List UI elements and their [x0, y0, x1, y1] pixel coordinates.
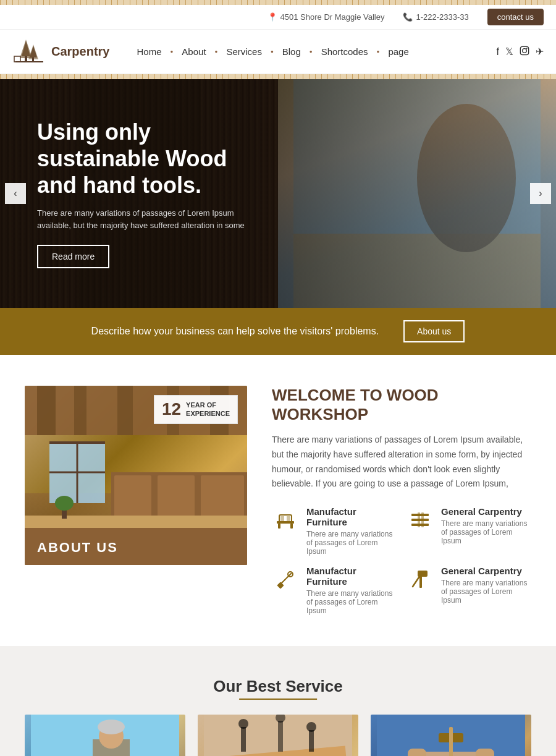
tool-icon — [274, 568, 297, 590]
feature-icon-1 — [272, 506, 299, 533]
svg-rect-31 — [25, 528, 247, 565]
social-twitter[interactable]: 𝕏 — [505, 46, 513, 57]
nav-services[interactable]: Services — [217, 41, 271, 62]
phone-item: 📞 1-222-2333-33 — [403, 12, 468, 22]
about-us-button[interactable]: About us — [403, 320, 465, 342]
feature-title-3: Manufactur Furniture — [306, 566, 397, 587]
about-content: WELCOME TO WOOD WORKSHOP There are many … — [272, 386, 531, 615]
social-instagram[interactable] — [520, 46, 529, 58]
social-icons: f 𝕏 ✈ — [497, 46, 544, 58]
hero-read-more-button[interactable]: Read more — [37, 245, 109, 268]
feature-desc-4: There are many variations of passages of… — [441, 579, 531, 605]
feature-text-4: General Carpentry There are many variati… — [441, 566, 531, 605]
social-telegram[interactable]: ✈ — [536, 46, 544, 57]
svg-rect-45 — [277, 582, 284, 589]
service-graphic-3 — [371, 715, 531, 756]
svg-point-33 — [55, 496, 74, 511]
feature-text-2: General Carpentry There are many variati… — [441, 506, 531, 545]
about-section: 12 YEAR OFEXPERIENCE WELCOME TO WOOD WOR… — [0, 355, 556, 646]
hammer-icon — [409, 568, 431, 590]
address-text: 4501 Shore Dr Maggie Valley — [280, 12, 385, 22]
service-card-2: Expound the actual teachings of the grea… — [198, 715, 358, 756]
logo-icon — [12, 35, 46, 69]
svg-point-9 — [523, 48, 527, 53]
location-icon: 📍 — [267, 12, 277, 22]
svg-rect-5 — [32, 57, 34, 62]
feature-text-3: Manufactur Furniture There are many vari… — [306, 566, 397, 615]
phone-text: 1-222-2333-33 — [416, 12, 468, 22]
promo-banner: Describe how your business can help solv… — [0, 308, 556, 355]
feature-item-4: General Carpentry There are many variati… — [406, 566, 531, 615]
svg-rect-35 — [278, 524, 280, 529]
service-image-1 — [25, 715, 185, 756]
experience-label: YEAR OFEXPERIENCE — [186, 401, 230, 418]
services-grid: Expound the actual teachings of the grea… — [25, 715, 531, 756]
feature-icon-3 — [272, 566, 299, 593]
nav-home[interactable]: Home — [128, 41, 170, 62]
hero-section: Using only sustainable Wood and hand too… — [0, 79, 556, 308]
services-section-title: Our Best Service — [25, 677, 531, 696]
about-title: WELCOME TO WOOD WORKSHOP — [272, 386, 531, 424]
about-image-wrap: 12 YEAR OFEXPERIENCE — [25, 386, 247, 565]
svg-rect-44 — [421, 512, 424, 527]
svg-rect-48 — [419, 575, 422, 588]
svg-line-49 — [413, 575, 420, 587]
feature-desc-2: There are many variations of passages of… — [441, 519, 531, 545]
navigation: Home ● About ● Services ● Blog ● Shortco… — [128, 41, 496, 62]
nav-blog[interactable]: Blog — [274, 41, 310, 62]
hero-subtitle: There are many variations of passages of… — [37, 207, 247, 231]
feature-title-4: General Carpentry — [441, 566, 531, 576]
service-image-2 — [198, 715, 358, 756]
svg-rect-8 — [520, 46, 528, 54]
svg-rect-62 — [241, 727, 246, 752]
contact-button[interactable]: contact us — [487, 9, 544, 25]
service-card-1: Expound the actual teachings of the grea… — [25, 715, 185, 756]
carpentry-icon — [409, 509, 431, 531]
feature-icon-4 — [406, 566, 434, 593]
feature-desc-1: There are many variations of passages of… — [306, 530, 397, 556]
feature-item-1: Manufactur Furniture There are many vari… — [272, 506, 397, 556]
svg-rect-30 — [25, 516, 247, 528]
about-description: There are many variations of passages of… — [272, 433, 531, 491]
logo-text: Carpentry — [51, 45, 109, 59]
svg-rect-17 — [37, 386, 56, 435]
svg-rect-36 — [290, 524, 293, 529]
social-facebook[interactable]: f — [497, 46, 499, 57]
services-title: Our Best Service — [213, 677, 343, 696]
svg-point-10 — [526, 48, 528, 49]
svg-rect-38 — [280, 516, 284, 521]
nav-about[interactable]: About — [173, 41, 214, 62]
service-card-3: Expound the actual teachings of the grea… — [371, 715, 531, 756]
address-item: 📍 4501 Shore Dr Maggie Valley — [267, 12, 385, 22]
furniture-icon — [274, 509, 297, 531]
service-image-3 — [371, 715, 531, 756]
feature-text-1: Manufactur Furniture There are many vari… — [306, 506, 397, 556]
svg-rect-66 — [309, 730, 314, 752]
header: Carpentry Home ● About ● Services ● Blog… — [0, 30, 556, 74]
svg-rect-70 — [408, 749, 426, 756]
features-grid: Manufactur Furniture There are many vari… — [272, 506, 531, 615]
nav-shortcodes[interactable]: Shortcodes — [313, 41, 377, 62]
services-section: Our Best Service Expound t — [0, 646, 556, 756]
svg-rect-64 — [278, 721, 283, 752]
top-bar: 📍 4501 Shore Dr Maggie Valley 📞 1-222-23… — [0, 5, 556, 30]
experience-number: 12 — [162, 401, 181, 418]
slider-next-button[interactable]: › — [530, 183, 551, 204]
contact-info: 📍 4501 Shore Dr Maggie Valley 📞 1-222-23… — [267, 12, 469, 22]
logo-link[interactable]: Carpentry — [12, 35, 109, 69]
phone-icon: 📞 — [403, 12, 413, 22]
svg-rect-43 — [418, 512, 420, 527]
svg-rect-18 — [74, 386, 86, 435]
nav-page[interactable]: page — [379, 41, 417, 62]
svg-rect-39 — [287, 516, 290, 521]
svg-rect-7 — [14, 56, 20, 62]
feature-item-2: General Carpentry There are many variati… — [406, 506, 531, 556]
feature-item-3: Manufactur Furniture There are many vari… — [272, 566, 397, 615]
svg-point-54 — [98, 720, 125, 734]
banner-text: Describe how your business can help solv… — [91, 326, 379, 337]
feature-desc-3: There are many variations of passages of… — [306, 589, 397, 615]
svg-rect-19 — [117, 386, 133, 435]
slider-prev-button[interactable]: ‹ — [5, 183, 26, 204]
svg-point-63 — [238, 719, 248, 729]
ruler-decoration — [0, 0, 556, 5]
